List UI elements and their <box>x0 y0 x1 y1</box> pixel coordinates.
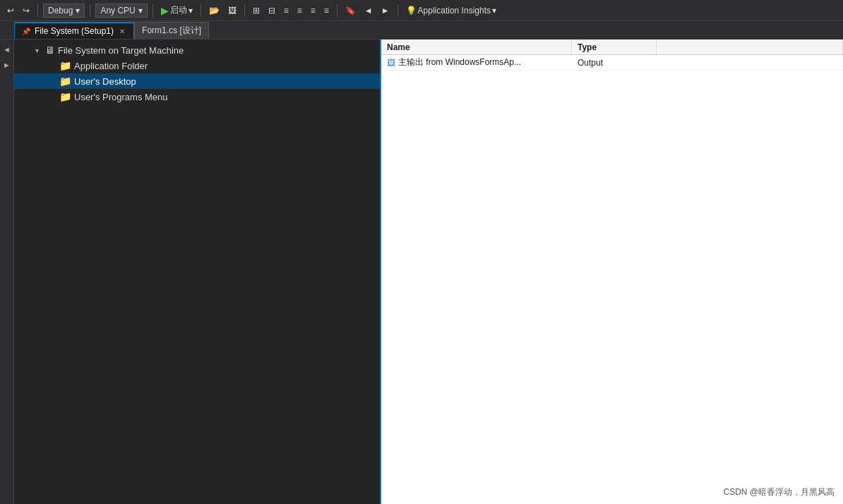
file-row-1-icon: 🖼 <box>387 58 395 68</box>
layout-btn-2[interactable]: ⊟ <box>265 4 278 17</box>
application-folder-label: Application Folder <box>74 61 377 71</box>
start-label: 启动 <box>170 4 187 16</box>
align-btn-1[interactable]: ≡ <box>281 4 292 17</box>
watermark-text: CSDN @暗香浮动，月黑风高 <box>723 487 835 497</box>
align-btn-2[interactable]: ≡ <box>294 4 305 17</box>
users-programs-menu-icon: 📁 <box>59 91 71 102</box>
users-desktop-icon: 📁 <box>59 76 71 87</box>
side-collapse-button[interactable]: ◄ <box>1 42 13 56</box>
undo-button[interactable]: ↩ <box>4 4 17 17</box>
image-button[interactable]: 🖼 <box>225 4 239 17</box>
root-label: File System on Target Machine <box>58 45 377 56</box>
file-row-1-name-cell: 🖼 主输出 from WindowsFormsAp... <box>381 56 572 68</box>
file-list-header: Name Type <box>381 40 843 55</box>
col-header-type[interactable]: Type <box>572 40 657 54</box>
col-type-label: Type <box>578 42 597 52</box>
toolbar-separator-1 <box>37 4 38 17</box>
tree-item-users-programs-menu[interactable]: 📁 User's Programs Menu <box>14 89 380 104</box>
play-icon: ▶ <box>161 5 169 16</box>
insights-icon: 💡 <box>406 6 417 16</box>
toolbar: ↩ ↪ Debug ▾ Any CPU ▾ ▶ 启动 ▾ 📂 🖼 ⊞ ⊟ ≡ ≡… <box>0 0 843 21</box>
toolbar-separator-5 <box>244 4 245 17</box>
align-btn-4[interactable]: ≡ <box>321 4 332 17</box>
tab-form[interactable]: Form1.cs [设计] <box>134 22 209 39</box>
tab-setup-close[interactable]: ✕ <box>118 28 126 35</box>
tab-form-label: Form1.cs [设计] <box>142 25 201 37</box>
tab-setup[interactable]: 📌 File System (Setup1) ✕ <box>14 22 134 39</box>
platform-arrow-icon: ▾ <box>138 6 143 16</box>
file-list-pane: Name Type 🖼 主输出 from WindowsFormsAp... O… <box>381 40 843 504</box>
users-desktop-label: User's Desktop <box>74 76 377 87</box>
redo-button[interactable]: ↪ <box>20 4 32 17</box>
users-programs-menu-label: User's Programs Menu <box>74 92 377 102</box>
tree-root[interactable]: ▾ 🖥 File System on Target Machine <box>14 42 380 58</box>
file-row-1-name: 主输出 from WindowsFormsAp... <box>398 56 521 68</box>
debug-dropdown[interactable]: Debug ▾ <box>43 4 85 18</box>
application-folder-icon: 📁 <box>59 60 71 71</box>
prev-button[interactable]: ◄ <box>361 4 376 17</box>
platform-label: Any CPU <box>100 6 135 16</box>
layout-btn-1[interactable]: ⊞ <box>250 4 263 17</box>
insights-label: Application Insights <box>418 6 491 16</box>
start-button[interactable]: ▶ 启动 ▾ <box>158 3 196 18</box>
col-header-rest <box>657 40 843 54</box>
toolbar-separator-7 <box>397 4 398 17</box>
watermark: CSDN @暗香浮动，月黑风高 <box>723 486 835 498</box>
col-header-name[interactable]: Name <box>381 40 572 54</box>
main-area: ◄ ► ▾ 🖥 File System on Target Machine 📁 … <box>0 40 843 504</box>
platform-dropdown[interactable]: Any CPU ▾ <box>95 4 147 18</box>
file-system-tree: ▾ 🖥 File System on Target Machine 📁 Appl… <box>14 40 380 504</box>
root-expand-icon: ▾ <box>31 47 42 54</box>
tree-item-users-desktop[interactable]: 📁 User's Desktop <box>14 73 380 89</box>
tab-pin-icon: 📌 <box>22 28 30 35</box>
side-strip: ◄ ► <box>0 40 14 504</box>
file-list-body: 🖼 主输出 from WindowsFormsAp... Output <box>381 55 843 504</box>
tab-setup-label: File System (Setup1) <box>35 26 114 36</box>
side-expand-button[interactable]: ► <box>1 58 13 72</box>
debug-label: Debug <box>48 6 73 16</box>
file-row-1[interactable]: 🖼 主输出 from WindowsFormsAp... Output <box>381 55 843 71</box>
debug-arrow-icon: ▾ <box>76 6 80 16</box>
toolbar-separator-6 <box>337 4 337 17</box>
computer-icon: 🖥 <box>45 44 55 56</box>
toolbar-separator-3 <box>153 4 153 17</box>
file-system-pane: ▾ 🖥 File System on Target Machine 📁 Appl… <box>14 40 381 504</box>
open-folder-button[interactable]: 📂 <box>206 4 222 17</box>
toolbar-separator-4 <box>201 4 201 17</box>
file-row-1-type-cell: Output <box>572 58 657 68</box>
file-row-1-type: Output <box>578 58 603 68</box>
tab-bar: 📌 File System (Setup1) ✕ Form1.cs [设计] <box>0 21 843 40</box>
tree-item-application-folder[interactable]: 📁 Application Folder <box>14 58 380 73</box>
align-btn-3[interactable]: ≡ <box>308 4 318 17</box>
insights-arrow-icon: ▾ <box>492 6 496 16</box>
insights-button[interactable]: 💡 Application Insights ▾ <box>403 4 499 17</box>
start-arrow-icon: ▾ <box>189 6 193 16</box>
toolbar-separator-2 <box>90 4 90 17</box>
bookmark-button[interactable]: 🔖 <box>342 4 359 17</box>
col-name-label: Name <box>387 42 410 52</box>
next-button[interactable]: ► <box>378 4 393 17</box>
